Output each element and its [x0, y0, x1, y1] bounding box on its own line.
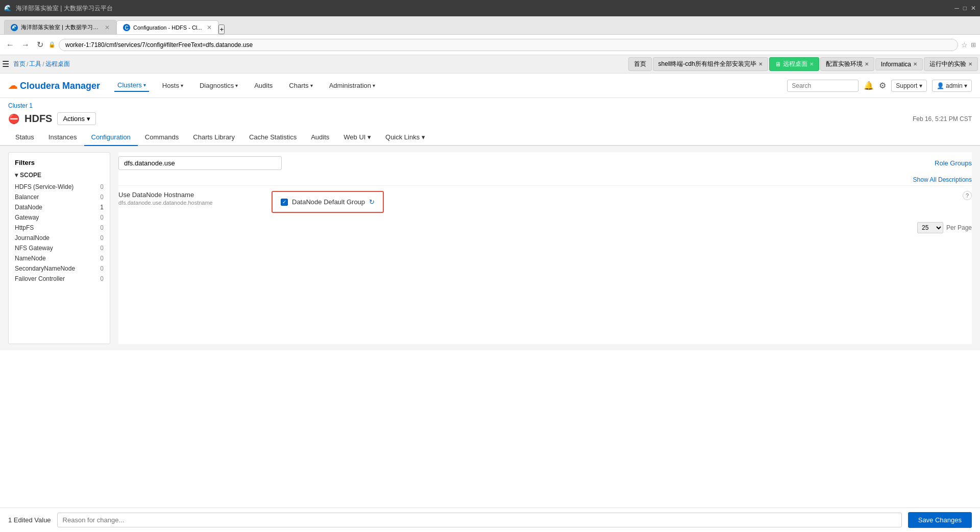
scope-item-httpfs[interactable]: HttpFS 0	[15, 223, 104, 233]
scope-item-balancer[interactable]: Balancer 0	[15, 192, 104, 202]
nav-clusters[interactable]: Clusters ▾	[114, 79, 149, 92]
tab-charts-library[interactable]: Charts Library	[186, 129, 242, 146]
tab-cache-statistics[interactable]: Cache Statistics	[242, 129, 304, 146]
address-input[interactable]	[59, 39, 958, 51]
breadcrumb-sep1: /	[27, 61, 28, 68]
support-button[interactable]: Support ▾	[891, 80, 926, 92]
browser-address-bar: ← → ↻ 🔒 ☆ ⊞	[0, 35, 980, 55]
per-page-label: Per Page	[946, 224, 972, 231]
app-tab-running[interactable]: 运行中的实验 ✕	[924, 57, 978, 71]
tab2-favicon: C	[123, 24, 130, 31]
breadcrumb-cluster[interactable]: Cluster 1	[8, 102, 33, 109]
scope-hdfs-label: HDFS (Service-Wide)	[15, 183, 74, 190]
app-tab-remote-close[interactable]: ✕	[810, 61, 814, 67]
bookmark-icon[interactable]: ☆	[961, 41, 968, 49]
breadcrumb-desktop[interactable]: 远程桌面	[45, 60, 70, 68]
app-tab-running-close[interactable]: ✕	[968, 61, 972, 67]
scope-datanode-count: 1	[100, 204, 104, 211]
browser-tab-1[interactable]: 🌊 海洋部落实验室 | 大数据学习云… ✕	[4, 20, 116, 34]
scope-item-secondary[interactable]: SecondaryNameNode 0	[15, 263, 104, 274]
datanode-checkbox[interactable]: ✓	[281, 199, 288, 206]
close-icon[interactable]: ✕	[971, 5, 976, 12]
app-tab-config[interactable]: 配置实验环境 ✕	[820, 57, 874, 71]
cloudera-logo: ☁ Cloudera Manager	[8, 80, 100, 91]
scope-header[interactable]: ▾ SCOPE	[15, 172, 104, 179]
tab-status[interactable]: Status	[8, 129, 41, 146]
role-groups-link[interactable]: Role Groups	[935, 159, 972, 167]
config-item-key: dfs.datanode.use.datanode.hostname	[118, 200, 261, 206]
help-icon[interactable]: ?	[963, 191, 972, 200]
scope-gateway-count: 0	[100, 214, 104, 221]
scope-item-hdfs[interactable]: HDFS (Service-Wide) 0	[15, 182, 104, 192]
clusters-caret-icon: ▾	[143, 82, 146, 88]
scope-journalnode-count: 0	[100, 234, 104, 241]
scope-failover-label: Failover Controller	[15, 275, 65, 282]
save-changes-button[interactable]: Save Changes	[908, 512, 972, 528]
forward-button[interactable]: →	[19, 38, 32, 52]
nav-charts[interactable]: Charts ▾	[286, 80, 315, 91]
scope-item-datanode[interactable]: DataNode 1	[15, 202, 104, 212]
notifications-icon[interactable]: 🔔	[864, 81, 874, 90]
actions-button[interactable]: Actions ▾	[57, 112, 95, 125]
extensions-icon: ⊞	[971, 41, 976, 49]
scope-datanode-label: DataNode	[15, 204, 42, 211]
scope-item-failover[interactable]: Failover Controller 0	[15, 274, 104, 284]
breadcrumb-tool[interactable]: 工具	[29, 60, 41, 68]
admin-button[interactable]: 👤 admin ▾	[932, 80, 972, 92]
tab-web-ui[interactable]: Web UI ▾	[336, 129, 378, 146]
config-search-input[interactable]	[118, 156, 282, 170]
tab-configuration[interactable]: Configuration	[84, 129, 138, 146]
tab1-label: 海洋部落实验室 | 大数据学习云…	[21, 23, 100, 31]
browser-title: 海洋部落实验室 | 大数据学习云平台	[16, 4, 113, 13]
scope-item-journalnode[interactable]: JournalNode 0	[15, 233, 104, 243]
tab-commands[interactable]: Commands	[138, 129, 186, 146]
nav-administration[interactable]: Administration ▾	[326, 80, 378, 91]
app-tab-config-close[interactable]: ✕	[865, 61, 869, 67]
minimize-icon[interactable]: ─	[954, 5, 959, 12]
app-tab-informatica-label: Informatica	[881, 61, 911, 68]
cm-topnav: ☁ Cloudera Manager Clusters ▾ Hosts ▾ Di…	[0, 74, 980, 98]
service-tabs: Status Instances Configuration Commands …	[0, 129, 980, 146]
scope-httpfs-count: 0	[100, 224, 104, 231]
app-tab-informatica-close[interactable]: ✕	[913, 61, 917, 67]
tab1-close-icon[interactable]: ✕	[105, 24, 110, 31]
service-header: Cluster 1 ⛔ HDFS Actions ▾ Feb 16, 5:21 …	[0, 98, 980, 129]
app-tab-home[interactable]: 首页	[628, 57, 652, 71]
tab-audits[interactable]: Audits	[304, 129, 336, 146]
config-icon[interactable]: ⚙	[879, 81, 886, 90]
app-tab-running-label: 运行中的实验	[929, 60, 966, 68]
nav-hosts[interactable]: Hosts ▾	[159, 80, 186, 91]
app-tab-shell-close[interactable]: ✕	[758, 61, 763, 67]
scope-balancer-label: Balancer	[15, 194, 39, 201]
scope-secondary-label: SecondaryNameNode	[15, 265, 75, 272]
show-all-link[interactable]: Show All Descriptions	[118, 174, 972, 185]
group-label: DataNode Default Group	[292, 198, 365, 206]
reason-for-change-input[interactable]	[57, 513, 902, 527]
nav-diagnostics[interactable]: Diagnostics ▾	[197, 80, 241, 91]
tab-quick-links[interactable]: Quick Links ▾	[378, 129, 432, 146]
per-page-select[interactable]: 25 50 100	[917, 222, 943, 233]
scope-item-gateway[interactable]: Gateway 0	[15, 212, 104, 223]
refresh-icon[interactable]: ↻	[369, 198, 375, 206]
nav-audits[interactable]: Audits	[251, 80, 276, 91]
maximize-icon[interactable]: □	[963, 5, 967, 12]
back-button[interactable]: ←	[4, 38, 16, 52]
cm-search-input[interactable]	[787, 80, 859, 92]
scope-item-namenode[interactable]: NameNode 0	[15, 253, 104, 263]
tab2-close-icon[interactable]: ✕	[207, 24, 212, 31]
breadcrumb-home[interactable]: 首页	[13, 60, 26, 68]
edited-value-label: 1 Edited Value	[8, 516, 51, 524]
search-bar-row: Role Groups	[118, 152, 972, 174]
tab-instances[interactable]: Instances	[41, 129, 84, 146]
app-tab-remote[interactable]: 🖥 远程桌面 ✕	[769, 57, 819, 71]
scope-gateway-label: Gateway	[15, 214, 39, 221]
browser-tab-2[interactable]: C Configuration - HDFS - Cl... ✕	[116, 20, 218, 34]
hamburger-icon[interactable]: ☰	[2, 59, 9, 69]
browser-tab-bar: 🌊 海洋部落实验室 | 大数据学习云… ✕ C Configuration - …	[0, 16, 980, 35]
reload-button[interactable]: ↻	[35, 38, 45, 52]
app-tab-shell[interactable]: shell终端-cdh所有组件全部安装完毕 ✕	[653, 57, 768, 71]
new-tab-button[interactable]: +	[218, 25, 225, 34]
scope-item-nfsgateway[interactable]: NFS Gateway 0	[15, 243, 104, 253]
app-tab-informatica[interactable]: Informatica ✕	[875, 58, 923, 70]
app-tab-remote-label: 远程桌面	[783, 60, 807, 68]
